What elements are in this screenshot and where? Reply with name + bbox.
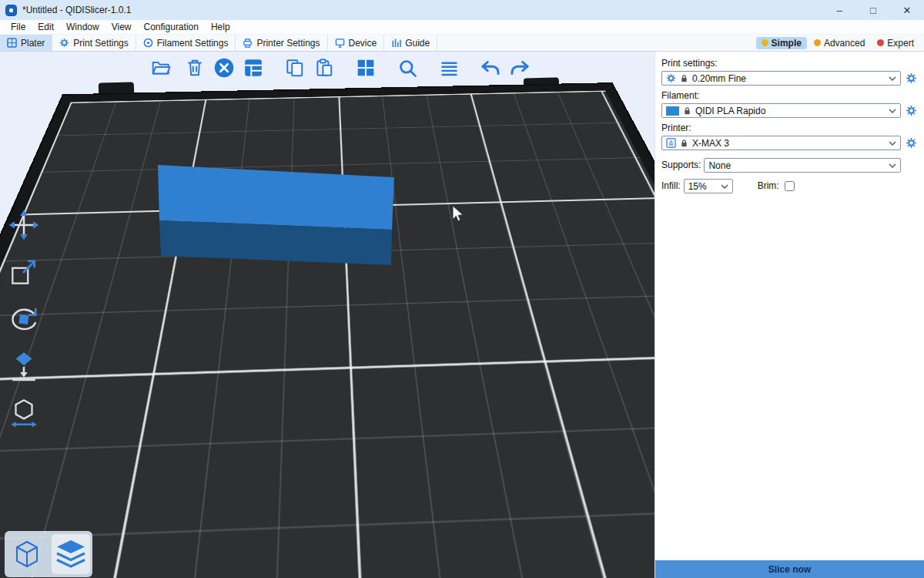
move-icon	[8, 209, 40, 241]
edit-printer-button[interactable]	[904, 136, 918, 150]
app-icon	[5, 5, 17, 16]
paste-button[interactable]	[313, 55, 336, 80]
gear-icon	[906, 72, 917, 84]
supports-label: Supports:	[661, 160, 701, 170]
supports-select[interactable]: None	[704, 158, 901, 173]
printer-icon	[666, 138, 676, 148]
scale-button[interactable]	[6, 255, 42, 289]
guide-icon	[391, 38, 401, 48]
undo-icon	[479, 56, 502, 79]
copy-button[interactable]	[283, 55, 306, 80]
variable-layer-height-button[interactable]	[437, 55, 460, 80]
3d-viewport[interactable]	[0, 52, 654, 578]
maximize-button[interactable]: □	[856, 0, 890, 20]
close-button[interactable]: ✕	[890, 0, 924, 20]
chevron-down-icon	[889, 163, 896, 168]
arrange-button[interactable]	[242, 55, 265, 80]
mode-dot	[762, 39, 768, 46]
3d-cube-icon	[12, 539, 42, 570]
tab-label: Printer Settings	[256, 38, 320, 49]
edit-filament-button[interactable]	[904, 104, 918, 118]
layers-icon	[439, 58, 460, 79]
layers-stack-icon	[54, 539, 88, 570]
rotate-icon	[8, 303, 40, 335]
mode-dot	[877, 39, 884, 46]
copy-icon	[285, 58, 305, 78]
chevron-down-icon	[889, 141, 896, 146]
mode-label: Expert	[887, 38, 914, 49]
mode-simple[interactable]: Simple	[756, 37, 807, 49]
title-bar: *Untitled - QIDISlicer-1.0.1 – □ ✕	[0, 0, 924, 20]
infill-label: Infill:	[661, 180, 681, 191]
gear-icon	[906, 105, 917, 116]
delete-all-icon	[213, 57, 235, 79]
chevron-down-icon	[889, 76, 896, 81]
undo-button[interactable]	[479, 55, 502, 80]
paste-icon	[314, 58, 334, 78]
split-instances-button[interactable]	[354, 55, 377, 80]
gear-icon	[59, 38, 69, 48]
mode-advanced[interactable]: Advanced	[808, 37, 870, 49]
chevron-down-icon	[889, 109, 896, 113]
tab-label: Print Settings	[73, 38, 128, 49]
menu-help[interactable]: Help	[205, 22, 236, 32]
window-title: *Untitled - QIDISlicer-1.0.1	[22, 5, 131, 15]
search-icon	[397, 58, 418, 79]
chevron-down-icon	[721, 184, 728, 189]
3d-editor-view-button[interactable]	[8, 534, 46, 574]
filament-color-swatch	[666, 106, 679, 116]
gear-icon	[666, 73, 676, 83]
tab-label: Filament Settings	[157, 38, 229, 49]
preview-view-button[interactable]	[52, 534, 90, 574]
menu-view[interactable]: View	[105, 22, 138, 32]
infill-select[interactable]: 15%	[684, 179, 733, 193]
print-settings-select[interactable]: 0.20mm Fine	[661, 71, 901, 86]
tab-filament-settings[interactable]: Filament Settings	[136, 35, 236, 51]
place-on-face-button[interactable]	[6, 349, 42, 383]
print-settings-value: 0.20mm Fine	[692, 73, 885, 84]
mode-label: Simple	[772, 38, 802, 49]
place-on-face-icon	[8, 350, 40, 382]
brim-checkbox[interactable]	[785, 181, 795, 191]
printer-select[interactable]: X-MAX 3	[661, 136, 901, 150]
gizmo-toolbar	[6, 208, 42, 430]
menu-edit[interactable]: Edit	[32, 22, 60, 32]
tab-label: Guide	[405, 38, 430, 49]
minimize-button[interactable]: –	[822, 0, 856, 20]
tab-guide[interactable]: Guide	[384, 35, 437, 51]
tab-print-settings[interactable]: Print Settings	[52, 35, 136, 51]
open-file-button[interactable]	[149, 55, 172, 80]
slice-now-button[interactable]: Slice now	[655, 560, 924, 578]
edit-print-settings-button[interactable]	[904, 72, 918, 86]
supports-value: None	[708, 160, 885, 171]
tab-label: Device	[349, 38, 377, 49]
menu-file[interactable]: File	[5, 22, 32, 32]
printer-icon	[243, 38, 253, 48]
mode-selector: Simple Advanced Expert	[756, 35, 924, 51]
delete-all-button[interactable]	[213, 55, 236, 80]
folder-open-icon	[151, 58, 171, 78]
redo-button[interactable]	[508, 55, 531, 80]
move-button[interactable]	[6, 208, 42, 242]
search-button[interactable]	[396, 55, 419, 80]
gear-icon	[906, 137, 917, 149]
tab-plater[interactable]: Plater	[0, 35, 52, 51]
tab-device[interactable]: Device	[328, 35, 385, 51]
view-toggle-panel	[5, 531, 92, 577]
filament-select[interactable]: QIDI PLA Rapido	[661, 103, 901, 118]
window-controls: – □ ✕	[822, 0, 924, 20]
menu-window[interactable]: Window	[60, 22, 105, 32]
lock-icon	[683, 106, 691, 116]
rotate-button[interactable]	[6, 302, 42, 336]
print-settings-label: Print settings:	[661, 58, 918, 69]
main-area: Print settings: 0.20mm Fine Filament: QI…	[0, 52, 924, 578]
delete-button[interactable]	[183, 55, 206, 80]
split-button[interactable]	[6, 396, 42, 430]
tab-label: Plater	[21, 38, 45, 49]
settings-sidebar: Print settings: 0.20mm Fine Filament: QI…	[654, 52, 924, 578]
menu-configuration[interactable]: Configuration	[138, 22, 205, 32]
app-window: *Untitled - QIDISlicer-1.0.1 – □ ✕ File …	[0, 0, 924, 578]
tab-printer-settings[interactable]: Printer Settings	[236, 35, 327, 51]
infill-value: 15%	[688, 181, 717, 192]
mode-expert[interactable]: Expert	[872, 37, 919, 49]
